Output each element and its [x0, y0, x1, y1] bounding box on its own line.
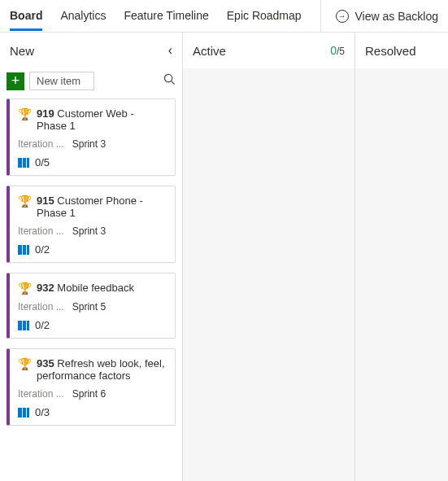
- work-item-card[interactable]: 🏆935 Refresh web look, feel, performance…: [7, 348, 176, 426]
- column-header-active: Active 0/5: [183, 33, 354, 68]
- child-count-text: 0/2: [35, 319, 50, 331]
- card-meta: Iteration ...Sprint 3: [18, 138, 167, 150]
- svg-point-0: [164, 74, 172, 81]
- card-meta: Iteration ...Sprint 5: [18, 301, 167, 313]
- svg-line-1: [172, 81, 175, 85]
- iteration-field-value: Sprint 3: [72, 138, 106, 150]
- tab-epic-roadmap[interactable]: Epic Roadmap: [227, 1, 302, 31]
- column-name: New: [10, 44, 34, 58]
- iteration-field-value: Sprint 6: [72, 388, 106, 400]
- iteration-field-value: Sprint 3: [72, 225, 106, 237]
- collapse-column-icon[interactable]: ‹: [168, 43, 172, 58]
- child-count-text: 0/5: [35, 156, 50, 168]
- child-count-text: 0/2: [35, 243, 50, 256]
- svg-rect-7: [27, 245, 29, 255]
- child-items-icon: [18, 244, 31, 256]
- tab-feature-timeline[interactable]: Feature Timeline: [124, 1, 208, 31]
- card-title-row: 🏆932 Mobile feedback: [18, 282, 167, 295]
- search-icon[interactable]: [163, 73, 176, 89]
- column-name: Active: [193, 44, 226, 58]
- card-title-row: 🏆935 Refresh web look, feel, performance…: [18, 357, 167, 382]
- wip-counter: 0/5: [330, 44, 345, 57]
- iteration-field-label: Iteration ...: [18, 301, 64, 313]
- svg-rect-10: [27, 321, 29, 330]
- svg-rect-13: [27, 408, 29, 418]
- tab-board[interactable]: Board: [10, 1, 42, 31]
- view-toggle-label: View as Backlog: [355, 10, 438, 23]
- svg-rect-4: [27, 158, 29, 168]
- column-resolved: Resolved: [355, 33, 448, 481]
- add-item-button[interactable]: +: [7, 72, 24, 90]
- svg-rect-11: [18, 408, 22, 418]
- work-item-id: 932: [37, 282, 54, 294]
- column-name: Resolved: [365, 44, 416, 58]
- board: New ‹ + New item 🏆919 Customer Web - Pha…: [0, 33, 448, 481]
- work-item-id: 915: [37, 195, 54, 207]
- tab-analytics[interactable]: Analytics: [60, 1, 106, 31]
- svg-rect-12: [23, 408, 26, 418]
- child-count[interactable]: 0/2: [18, 319, 167, 331]
- column-new: New ‹ + New item 🏆919 Customer Web - Pha…: [0, 33, 183, 481]
- svg-rect-3: [23, 158, 26, 168]
- work-item-card[interactable]: 🏆915 Customer Phone - Phase 1Iteration .…: [7, 186, 176, 263]
- epic-icon: 🏆: [18, 282, 32, 295]
- card-title-row: 🏆915 Customer Phone - Phase 1: [18, 195, 167, 219]
- wip-count: 0: [330, 44, 337, 57]
- work-item-id: 935: [37, 357, 54, 369]
- iteration-field-label: Iteration ...: [18, 138, 64, 150]
- svg-rect-6: [23, 245, 26, 255]
- iteration-field-value: Sprint 5: [72, 301, 106, 313]
- top-tabs: Board Analytics Feature Timeline Epic Ro…: [0, 0, 448, 33]
- column-header-new: New ‹: [0, 33, 182, 68]
- iteration-field-label: Iteration ...: [18, 388, 64, 400]
- child-count[interactable]: 0/3: [18, 406, 167, 418]
- view-toggle[interactable]: → View as Backlog: [320, 0, 438, 32]
- card-meta: Iteration ...Sprint 6: [18, 388, 167, 400]
- work-item-title: Refresh web look, feel, performance fact…: [37, 357, 165, 382]
- epic-icon: 🏆: [18, 357, 32, 370]
- column-header-resolved: Resolved: [355, 33, 448, 68]
- child-items-icon: [18, 320, 31, 331]
- card-title-row: 🏆919 Customer Web - Phase 1: [18, 107, 167, 132]
- work-item-id: 919: [37, 107, 54, 120]
- work-item-card[interactable]: 🏆919 Customer Web - Phase 1Iteration ...…: [7, 98, 176, 176]
- child-count-text: 0/3: [35, 406, 50, 418]
- epic-icon: 🏆: [18, 107, 32, 120]
- column-active: Active 0/5: [183, 33, 355, 481]
- svg-rect-5: [18, 245, 22, 255]
- svg-rect-8: [18, 321, 22, 330]
- new-item-input[interactable]: New item: [29, 72, 94, 90]
- iteration-field-label: Iteration ...: [18, 225, 64, 237]
- child-count[interactable]: 0/5: [18, 156, 167, 168]
- card-meta: Iteration ...Sprint 3: [18, 225, 167, 237]
- epic-icon: 🏆: [18, 195, 32, 208]
- svg-rect-2: [18, 158, 22, 168]
- arrow-right-circle-icon: →: [336, 10, 349, 23]
- column-body-resolved[interactable]: [355, 68, 448, 481]
- work-item-title: Mobile feedback: [57, 282, 134, 294]
- column-body-active[interactable]: [183, 68, 354, 481]
- child-count[interactable]: 0/2: [18, 243, 167, 256]
- wip-limit: /5: [337, 46, 345, 57]
- child-items-icon: [18, 157, 31, 168]
- column-body-new: + New item 🏆919 Customer Web - Phase 1It…: [0, 68, 182, 481]
- svg-rect-9: [23, 321, 26, 330]
- child-items-icon: [18, 407, 31, 418]
- work-item-card[interactable]: 🏆932 Mobile feedbackIteration ...Sprint …: [7, 273, 176, 339]
- new-item-row: + New item: [7, 68, 176, 98]
